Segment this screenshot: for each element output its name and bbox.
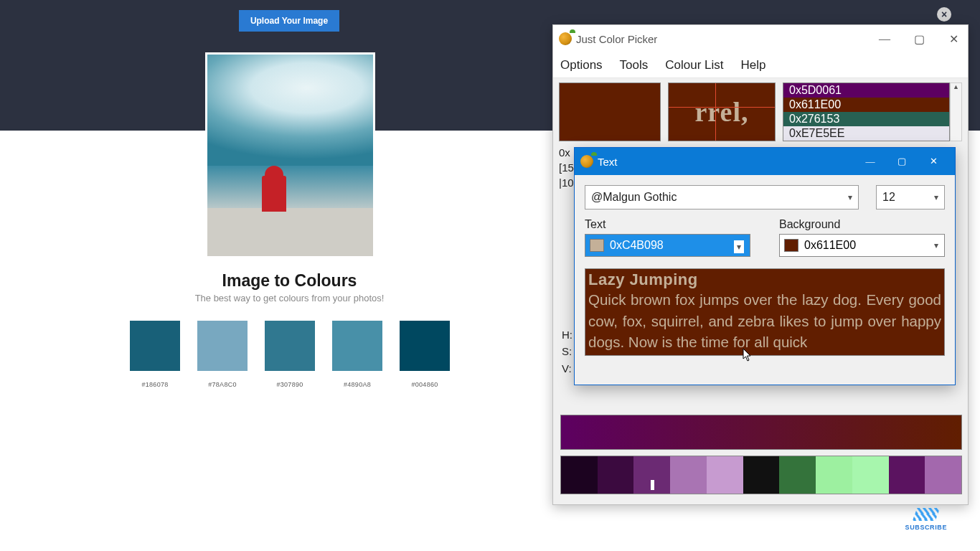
text-colour-label: Text	[585, 218, 750, 231]
background-colour-select[interactable]: 0x611E00 ▾	[779, 234, 945, 257]
variant-swatch[interactable]	[816, 456, 852, 494]
subscribe-label: SUBSCRIBE	[905, 524, 947, 531]
variant-swatch[interactable]	[889, 456, 925, 494]
swatch-color	[400, 321, 450, 371]
background-colour-value: 0x611E00	[804, 239, 856, 252]
app-icon	[580, 155, 593, 168]
close-window-icon[interactable]: ✕	[945, 30, 962, 47]
history-row[interactable]: 0x611E00	[783, 98, 949, 112]
colour-history-list[interactable]: 0x5D00610x611E000x2761530xE7E5EE	[783, 83, 950, 141]
chevron-down-icon: ▾	[734, 240, 744, 253]
section-subtitle: The best way to get colours from your ph…	[0, 293, 579, 303]
swatch-hex-label: #78A8C0	[208, 381, 237, 388]
variant-swatch[interactable]	[852, 456, 889, 494]
maximize-icon[interactable]: ▢	[886, 148, 918, 175]
close-window-icon[interactable]: ✕	[918, 148, 949, 175]
dna-icon	[913, 508, 941, 521]
menu-item-colour-list[interactable]: Colour List	[665, 58, 723, 72]
palette-swatch[interactable]: #307890	[265, 321, 315, 388]
swatch-color	[265, 321, 315, 371]
window-title: Just Color Picker	[576, 33, 657, 45]
scrollbar[interactable]	[950, 83, 962, 141]
text-window-title: Text	[598, 156, 618, 168]
hsv-labels: H:S:V:	[562, 326, 573, 377]
minimize-icon[interactable]: —	[876, 30, 893, 47]
variant-swatch[interactable]	[633, 456, 670, 494]
palette-swatch[interactable]: #004860	[400, 321, 450, 388]
variant-swatch[interactable]	[707, 456, 743, 494]
upload-button[interactable]: Upload Your Image	[239, 10, 339, 32]
text-colour-value: 0xC4B098	[610, 239, 664, 252]
palette-swatch[interactable]: #4890A8	[332, 321, 382, 388]
titlebar[interactable]: Just Color Picker — ▢ ✕	[553, 25, 968, 52]
swatch-color	[130, 321, 180, 371]
variant-swatch[interactable]	[925, 456, 961, 494]
text-preview-window: Text — ▢ ✕ @Malgun Gothic ▾ 12 ▾ Text 0x…	[574, 147, 956, 385]
menu-item-options[interactable]: Options	[560, 58, 603, 72]
text-preview-box: Lazy Jumping Quick brown fox jumps over …	[585, 268, 945, 356]
zoom-fragment-text: rrel,	[695, 98, 749, 126]
palette-swatch[interactable]: #78A8C0	[197, 321, 248, 388]
gradient-bar[interactable]	[560, 415, 962, 450]
swatch-color	[197, 321, 248, 371]
variant-swatch[interactable]	[598, 456, 634, 494]
font-size-value: 12	[882, 191, 895, 204]
hero-image	[205, 52, 375, 258]
swatch-color	[332, 321, 382, 371]
history-row[interactable]: 0x276153	[783, 112, 949, 126]
menu-item-tools[interactable]: Tools	[620, 58, 649, 72]
text-colour-select[interactable]: 0xC4B098 ▾	[585, 234, 750, 257]
font-select[interactable]: @Malgun Gothic ▾	[585, 185, 859, 209]
font-size-select[interactable]: 12 ▾	[876, 185, 945, 209]
font-value: @Malgun Gothic	[591, 191, 677, 204]
background-colour-swatch	[784, 239, 798, 252]
colour-history: 0x5D00610x611E000x2761530xE7E5EE	[783, 83, 962, 141]
maximize-icon[interactable]: ▢	[910, 30, 928, 47]
section-title: Image to Colours	[0, 271, 579, 291]
preview-heading: Lazy Jumping	[588, 270, 941, 289]
minimize-icon[interactable]: —	[854, 148, 886, 175]
swatch-hex-label: #186078	[141, 381, 168, 388]
app-icon	[559, 32, 572, 45]
subscribe-badge[interactable]: SUBSCRIBE	[905, 508, 947, 531]
zoom-preview: rrel,	[668, 83, 776, 141]
text-colour-swatch	[590, 239, 604, 252]
variant-row[interactable]	[560, 456, 962, 494]
variant-swatch[interactable]	[670, 456, 707, 494]
chevron-down-icon: ▾	[934, 240, 938, 250]
history-row[interactable]: 0x5D0061	[783, 83, 949, 98]
history-row[interactable]: 0xE7E5EE	[783, 126, 949, 141]
variant-swatch[interactable]	[743, 456, 780, 494]
menu-item-help[interactable]: Help	[741, 58, 766, 72]
background-colour-label: Background	[779, 218, 945, 231]
swatch-hex-label: #4890A8	[344, 381, 371, 388]
menubar: OptionsToolsColour ListHelp	[553, 52, 968, 78]
variant-swatch[interactable]	[561, 456, 598, 494]
palette-swatch[interactable]: #186078	[130, 321, 180, 388]
swatch-hex-label: #307890	[276, 381, 303, 388]
preview-body: Quick brown fox jumps over the lazy dog.…	[588, 289, 941, 353]
chevron-down-icon: ▾	[848, 192, 852, 202]
sample-color-box	[559, 83, 661, 141]
hsv-label: V:	[562, 360, 573, 377]
close-icon[interactable]: ×	[937, 7, 951, 22]
text-titlebar[interactable]: Text — ▢ ✕	[575, 148, 955, 175]
chevron-down-icon: ▾	[934, 192, 938, 202]
variant-swatch[interactable]	[779, 456, 816, 494]
palette-row: #186078#78A8C0#307890#4890A8#004860	[130, 321, 450, 388]
hsv-label: H:	[562, 326, 573, 343]
hsv-label: S:	[562, 343, 573, 359]
swatch-hex-label: #004860	[411, 381, 438, 388]
